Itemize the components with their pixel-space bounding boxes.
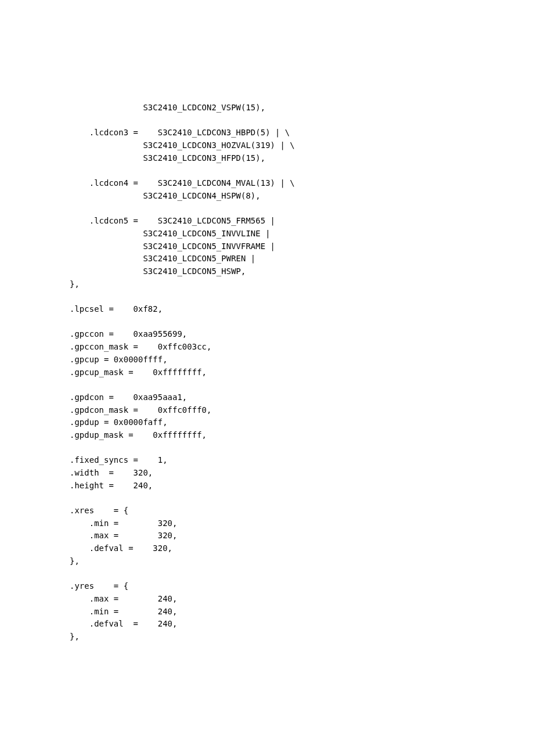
code-block: S3C2410_LCDCON2_VSPW(15), .lcdcon3 = S3C…	[70, 102, 511, 643]
